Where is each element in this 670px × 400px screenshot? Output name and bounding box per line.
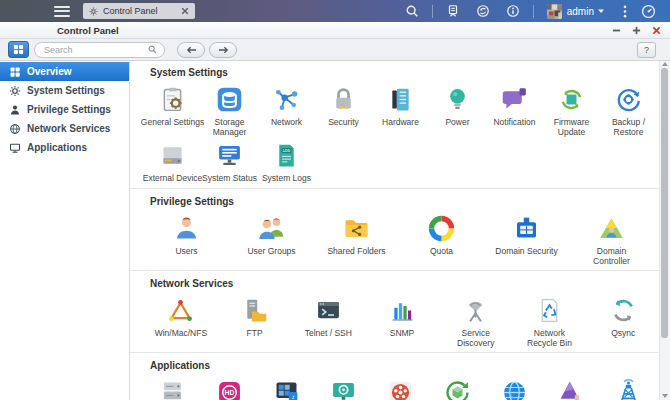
app-hardware[interactable]: Hardware (372, 85, 429, 137)
sidebar-item-privilege-settings[interactable]: Privilege Settings (0, 100, 129, 119)
network-icon (272, 85, 301, 114)
app-storage-manager[interactable]: Storage Manager (201, 85, 258, 137)
settings-gear-icon (9, 85, 21, 97)
app-service-discovery[interactable]: Service Discovery (439, 296, 513, 348)
scroll-down-icon[interactable] (662, 394, 668, 398)
magnifier-icon (148, 45, 157, 54)
content-area: System SettingsGeneral SettingsStorage M… (130, 60, 670, 400)
app-system-status[interactable]: System Status (201, 141, 258, 183)
window-controls (612, 26, 661, 35)
vertical-scrollbar[interactable] (659, 60, 670, 400)
app-web-server[interactable]: Web Server (486, 378, 543, 400)
forward-button[interactable] (209, 42, 237, 58)
history-nav (177, 42, 237, 58)
app-vpn-server[interactable]: VPN Server (600, 378, 657, 400)
app-users[interactable]: Users (144, 214, 229, 266)
app-power[interactable]: Power (429, 85, 486, 137)
forward-arrow-icon (218, 46, 229, 54)
sidebar-item-overview[interactable]: Overview (0, 62, 129, 81)
app-win-mac-nfs[interactable]: Win/Mac/NFS (144, 296, 218, 348)
transcode-management-icon (443, 378, 472, 400)
app-grid-row: General SettingsStorage ManagerNetworkSe… (130, 85, 660, 141)
svg-text:LOG: LOG (283, 149, 291, 153)
app-external-device[interactable]: External Device (144, 141, 201, 183)
app-backup-restore[interactable]: Backup / Restore (600, 85, 657, 137)
app-telnet-ssh[interactable]: Telnet / SSH (291, 296, 365, 348)
ftp-icon (240, 296, 269, 325)
info-icon[interactable] (506, 4, 520, 18)
app-ldap-server[interactable]: LDAP Server (543, 378, 600, 400)
minimize-icon[interactable] (612, 26, 621, 35)
close-icon[interactable] (652, 26, 661, 35)
app-firmware-update[interactable]: Firmware Update (543, 85, 600, 137)
section-title: Network Services (150, 278, 660, 289)
scrollbar-thumb[interactable] (661, 68, 668, 338)
background-tasks-icon[interactable] (446, 4, 460, 18)
notification-icon (500, 85, 529, 114)
domain-controller-icon (597, 214, 626, 243)
app-multimedia-management[interactable]: Multimedia Management (372, 378, 429, 400)
sidebar-item-system-settings[interactable]: System Settings (0, 81, 129, 100)
app-qsync[interactable]: Qsync (586, 296, 660, 348)
app-ftp[interactable]: FTP (218, 296, 292, 348)
app-label: Service Discovery (440, 328, 512, 348)
help-button[interactable]: ? (637, 42, 656, 58)
divider (432, 5, 433, 18)
app-grid-row: UsersUser GroupsShared FoldersQuotaDomai… (130, 214, 660, 270)
desktop-top-bar: Control Panel admin (0, 0, 670, 22)
top-right-cluster: admin (397, 4, 670, 19)
search-icon[interactable] (405, 4, 419, 18)
app-transcode-management[interactable]: Transcode Management (429, 378, 486, 400)
app-quota[interactable]: Quota (399, 214, 484, 266)
search-input[interactable] (42, 44, 148, 56)
win-mac-nfs-icon (166, 296, 195, 325)
tab-close-icon[interactable] (181, 7, 189, 15)
app-label: Telnet / SSH (292, 328, 364, 338)
view-toggle-button[interactable] (8, 41, 29, 58)
sidebar: OverviewSystem SettingsPrivilege Setting… (0, 60, 130, 400)
window-toolbar: ? (0, 39, 670, 61)
dlna-media-server-icon (329, 378, 358, 400)
main-menu-icon[interactable] (54, 6, 70, 17)
app-dlna-media-server[interactable]: DLNA Media Server (315, 378, 372, 400)
grid-view-icon (13, 44, 24, 55)
app-security[interactable]: Security (315, 85, 372, 137)
user-menu-caret-icon[interactable] (597, 7, 605, 15)
dashboard-gauge-icon[interactable] (641, 4, 656, 19)
sidebar-item-label: System Settings (27, 85, 105, 96)
app-shared-folders[interactable]: Shared Folders (314, 214, 399, 266)
sidebar-item-applications[interactable]: Applications (0, 138, 129, 157)
app-snmp[interactable]: SNMP (365, 296, 439, 348)
app-domain-security[interactable]: Domain Security (484, 214, 569, 266)
app-label: System Logs (251, 173, 323, 183)
app-system-logs[interactable]: LOGSystem Logs (258, 141, 315, 183)
app-network[interactable]: Network (258, 85, 315, 137)
app-general-settings[interactable]: General Settings (144, 85, 201, 137)
app-label: SNMP (366, 328, 438, 338)
domain-security-icon (512, 214, 541, 243)
general-settings-icon (158, 85, 187, 114)
app-itunes-server[interactable]: ♪iTunes Server (258, 378, 315, 400)
vpn-server-icon (614, 378, 643, 400)
app-label: Qsync (587, 328, 659, 338)
back-button[interactable] (177, 42, 205, 58)
sync-status-icon[interactable] (476, 4, 490, 18)
control-panel-tab[interactable]: Control Panel (83, 3, 195, 19)
sidebar-item-network-services[interactable]: Network Services (0, 119, 129, 138)
app-station-manager[interactable]: Station Manager (144, 378, 201, 400)
user-avatar[interactable] (547, 4, 562, 19)
app-notification[interactable]: Notification (486, 85, 543, 137)
app-user-groups[interactable]: User Groups (229, 214, 314, 266)
app-hybriddesk-station[interactable]: HDHybridDesk Station (201, 378, 258, 400)
sidebar-item-label: Overview (27, 66, 71, 77)
username-label[interactable]: admin (567, 6, 594, 17)
app-grid-row: Station ManagerHDHybridDesk Station♪iTun… (130, 378, 660, 400)
app-domain-controller[interactable]: Domain Controller (569, 214, 654, 266)
scroll-up-icon[interactable] (662, 62, 668, 66)
privilege-user-icon (9, 104, 21, 116)
maximize-icon[interactable] (632, 26, 641, 35)
app-network-recycle-bin[interactable]: Network Recycle Bin (513, 296, 587, 348)
app-label: Win/Mac/NFS (145, 328, 217, 338)
kebab-menu-icon[interactable] (623, 5, 627, 18)
itunes-server-icon: ♪ (272, 378, 301, 400)
